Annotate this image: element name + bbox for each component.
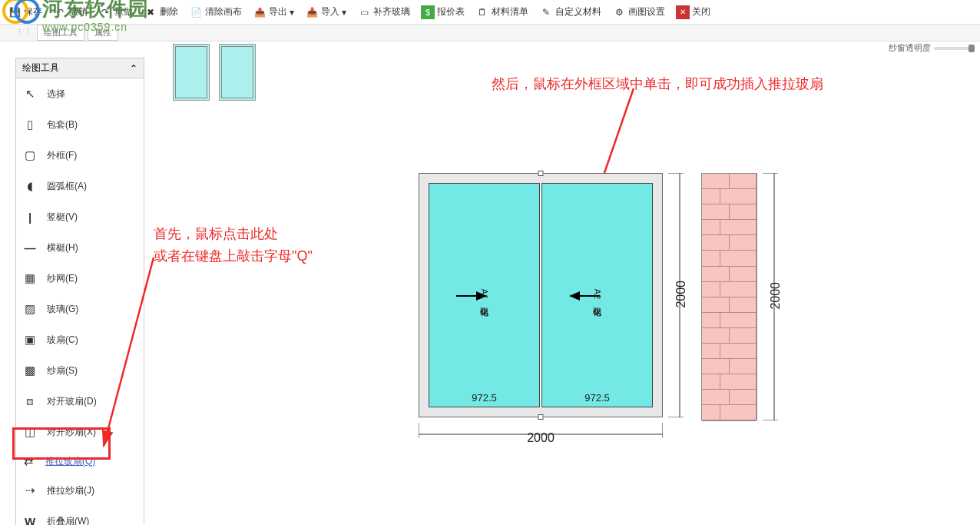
align-glass-button[interactable]: ▭补齐玻璃 [353,4,415,21]
vert-icon: | [22,209,38,224]
main-toolbar: 💾保存 ↶撤销 ↷重做 ✖删除 📄清除画布 📤导出 ▾ 📥导入 ▾ ▭补齐玻璃 … [0,0,980,25]
close-button[interactable]: ✕关闭 [671,4,715,21]
collapse-icon[interactable]: ⌃ [130,63,137,74]
tool-panel-header[interactable]: 绘图工具 ⌃ [16,58,144,78]
fold-icon: W [22,513,38,525]
svg-line-2 [104,258,154,446]
brick-wall: document.write(Array.from({length:16}).m… [701,173,757,420]
grip-icon: ⋮⋮ [15,28,32,38]
cursor-icon: ↖ [22,86,38,101]
pane-left[interactable]: A1 双钢化 [429,183,540,407]
delete-button[interactable]: ✖删除 [139,4,183,21]
arc-icon: ◖ [22,178,38,194]
canvas-area[interactable]: 首先，鼠标点击此处 或者在键盘上敲击字母"Q" 然后，鼠标在外框区域中单击，即可… [150,42,980,525]
canvas-settings-button[interactable]: ⚙画图设置 [608,4,670,21]
redo-icon: ↷ [98,5,112,19]
tool-vert-v[interactable]: |竖梃(V) [16,201,144,232]
undo-icon: ↶ [53,5,67,19]
tool-frame-b[interactable]: ▯包套(B) [16,109,144,140]
quote-button[interactable]: $报价表 [416,4,469,21]
slider-thumb[interactable] [968,45,975,52]
tab-properties[interactable]: 属性 [88,25,118,41]
tool-outer-f[interactable]: ▢外框(F) [16,140,144,171]
dim-right: 2000 [674,281,688,308]
import-icon: 📥 [305,5,319,19]
redo-button[interactable]: ↷重做 [94,4,137,21]
pane-left-label: A1 双钢化 [478,289,490,302]
thumbnail-1[interactable] [173,44,210,101]
handle-bottom[interactable] [538,414,544,420]
transparency-slider[interactable] [934,47,972,50]
export-icon: 📤 [253,5,267,19]
clear-button[interactable]: 📄清除画布 [184,4,247,21]
handle-top[interactable] [538,171,544,176]
horz-icon: — [22,240,38,255]
tool-arc-a[interactable]: ◖圆弧框(A) [16,171,144,201]
secondary-bar: ⋮⋮ 绘图工具 属性 [0,25,980,42]
transparency-control: 纱窗透明度 [889,42,972,54]
dim-inner-left: 972.5 [429,392,540,404]
dim-wall: 2000 [769,282,783,310]
import-button[interactable]: 📥导入 ▾ [300,4,351,21]
delete-icon: ✖ [144,5,157,19]
rect-icon: ▢ [22,148,38,163]
tool-select[interactable]: ↖选择 [16,78,144,109]
bom-button[interactable]: 🗒材料清单 [471,4,533,21]
thumbnail-2[interactable] [219,44,256,101]
save-button[interactable]: 💾保存 [3,4,47,21]
arrow-left [12,258,242,457]
clear-icon: 📄 [189,5,203,19]
tool-slide-screen-j[interactable]: ⇢推拉纱扇(J) [16,475,144,506]
pane-right[interactable]: A2 双钢化 [541,183,653,407]
pane-right-label: A2 双钢化 [591,289,603,302]
slidescr-icon: ⇢ [22,483,38,498]
save-icon: 💾 [8,5,22,19]
close-icon: ✕ [676,5,690,19]
dropdown-icon: ▾ [290,7,294,18]
window-frame[interactable]: A1 双钢化 A2 双钢化 972.5 972.5 [419,173,663,417]
bom-icon: 🗒 [475,5,489,19]
frame-icon: ▯ [22,117,38,132]
quote-icon: $ [421,5,435,19]
edit-icon: ✎ [539,5,553,19]
undo-button[interactable]: ↶撤销 [48,4,92,21]
tab-drawtools[interactable]: 绘图工具 [37,25,84,41]
export-button[interactable]: 📤导出 ▾ [248,4,299,21]
custom-material-button[interactable]: ✎自定义材料 [535,4,606,21]
dim-bottom: 2000 [419,431,663,445]
dropdown-icon: ▾ [342,7,346,18]
gear-icon: ⚙ [612,5,626,19]
align-icon: ▭ [357,5,371,19]
dim-inner-right: 972.5 [541,392,653,404]
tool-fold-w[interactable]: W折叠扇(W) [16,506,144,525]
window-drawing: A1 双钢化 A2 双钢化 972.5 972.5 2000 2000 [419,173,933,480]
